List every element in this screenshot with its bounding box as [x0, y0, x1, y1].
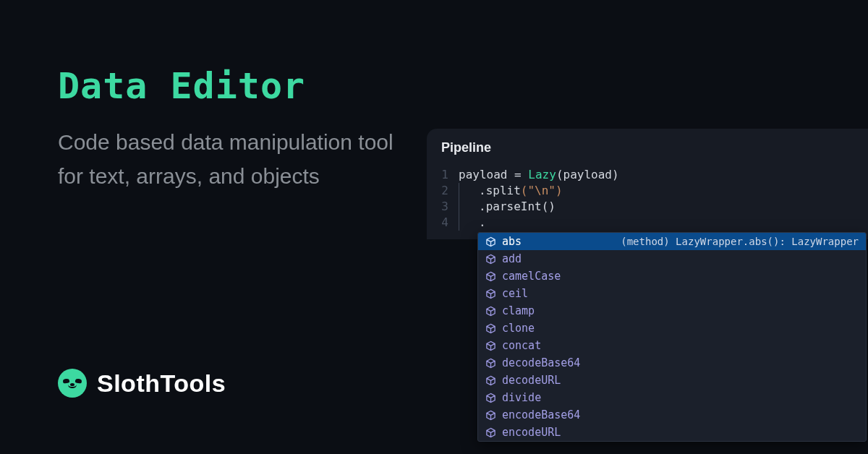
token-function: .split	[479, 184, 521, 197]
method-icon	[485, 306, 496, 317]
method-icon	[485, 271, 496, 282]
autocomplete-label: clone	[502, 322, 535, 335]
autocomplete-label: abs	[502, 235, 522, 248]
code-line[interactable]: 3 .parseInt()	[427, 199, 868, 215]
autocomplete-label: encodeBase64	[502, 408, 580, 421]
code-line[interactable]: 1 payload = Lazy(payload)	[427, 167, 868, 183]
page-subtitle: Code based data manipulation tool for te…	[58, 126, 398, 193]
code-editor-panel: Pipeline 1 payload = Lazy(payload) 2 .sp…	[427, 129, 868, 239]
autocomplete-label: divide	[502, 391, 541, 404]
autocomplete-item[interactable]: decodeURL	[478, 372, 866, 389]
line-number: 4	[427, 215, 459, 231]
token-text: ()	[542, 200, 556, 213]
code-line[interactable]: 4 .	[427, 215, 868, 231]
autocomplete-label: add	[502, 252, 522, 265]
autocomplete-label: decodeBase64	[502, 356, 580, 369]
token-text: .	[479, 215, 486, 229]
code-line[interactable]: 2 .split("\n")	[427, 183, 868, 199]
token-variable: payload	[459, 168, 507, 181]
autocomplete-popup[interactable]: abs(method) LazyWrapper.abs(): LazyWrapp…	[477, 232, 867, 442]
autocomplete-item[interactable]: clone	[478, 320, 866, 337]
autocomplete-item[interactable]: divide	[478, 389, 866, 406]
method-icon	[485, 236, 496, 247]
token-text: (payload)	[556, 168, 619, 181]
code-area[interactable]: 1 payload = Lazy(payload) 2 .split("\n")…	[427, 163, 868, 239]
token-class: Lazy	[528, 168, 556, 181]
autocomplete-item[interactable]: decodeBase64	[478, 354, 866, 372]
autocomplete-label: decodeURL	[502, 374, 561, 387]
autocomplete-hint: (method) LazyWrapper.abs(): LazyWrapper	[621, 236, 859, 247]
method-icon	[485, 254, 496, 265]
method-icon	[485, 427, 496, 438]
line-number: 1	[427, 167, 459, 183]
method-icon	[485, 323, 496, 334]
line-number: 2	[427, 183, 459, 199]
method-icon	[485, 358, 496, 369]
autocomplete-item[interactable]: camelCase	[478, 267, 866, 285]
sloth-icon	[58, 369, 87, 398]
autocomplete-item[interactable]: abs(method) LazyWrapper.abs(): LazyWrapp…	[478, 233, 866, 250]
autocomplete-item[interactable]: encodeBase64	[478, 406, 866, 424]
autocomplete-label: clamp	[502, 304, 535, 317]
autocomplete-item[interactable]: add	[478, 250, 866, 267]
autocomplete-item[interactable]: concat	[478, 337, 866, 354]
autocomplete-item[interactable]: ceil	[478, 285, 866, 302]
autocomplete-item[interactable]: clamp	[478, 302, 866, 320]
autocomplete-label: ceil	[502, 287, 528, 300]
method-icon	[485, 410, 496, 421]
token-operator: =	[507, 168, 528, 181]
autocomplete-item[interactable]: encodeURL	[478, 424, 866, 441]
brand: SlothTools	[58, 369, 226, 398]
autocomplete-label: camelCase	[502, 270, 561, 283]
token-function: .parseInt	[479, 200, 542, 213]
panel-title: Pipeline	[427, 140, 868, 163]
method-icon	[485, 375, 496, 386]
line-number: 3	[427, 199, 459, 215]
method-icon	[485, 340, 496, 351]
page-title: Data Editor	[58, 65, 398, 107]
method-icon	[485, 288, 496, 299]
brand-name: SlothTools	[97, 369, 226, 398]
token-string: ("\n")	[521, 184, 563, 197]
autocomplete-label: encodeURL	[502, 426, 561, 439]
method-icon	[485, 393, 496, 403]
autocomplete-label: concat	[502, 339, 541, 352]
